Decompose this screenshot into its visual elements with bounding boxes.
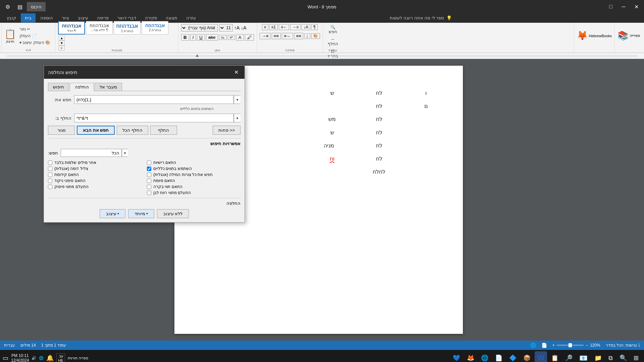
replace-dropdown-button[interactable]: ▾: [234, 114, 240, 122]
indent-increase-button[interactable]: ≡→: [290, 24, 301, 30]
style-scroll-up[interactable]: ▲: [59, 36, 65, 41]
font-family-select[interactable]: Arial (גוף עברי): [181, 24, 218, 32]
zoom-thumb[interactable]: [569, 343, 572, 347]
edge-button[interactable]: 🌐: [478, 351, 491, 362]
visual-studio-button[interactable]: 🔷: [506, 351, 519, 362]
pdf-button[interactable]: 📄: [492, 351, 505, 362]
font-color-button[interactable]: A: [236, 34, 244, 41]
align-right-button[interactable]: ≡→: [260, 33, 271, 39]
use-wildcards-input[interactable]: [147, 167, 151, 171]
underline-button[interactable]: U: [197, 34, 205, 41]
tab-kobaz[interactable]: קובץ: [3, 13, 20, 22]
language-indicator[interactable]: עברית: [4, 343, 15, 348]
ignore-whitespace-input[interactable]: [147, 191, 151, 195]
replace-button[interactable]: ↔ החלף: [326, 36, 340, 47]
search-app-button[interactable]: 🔎: [562, 351, 575, 362]
volume-icon[interactable]: 🔊: [32, 356, 36, 360]
bold-button[interactable]: B: [181, 34, 189, 41]
scope-input[interactable]: [61, 149, 122, 157]
replace-one-button[interactable]: החלף: [150, 126, 177, 135]
tab-beit[interactable]: בית: [21, 13, 36, 22]
search-input[interactable]: [74, 95, 234, 104]
task-view-button[interactable]: ⧉: [606, 351, 615, 362]
file-explorer-button[interactable]: 📁: [592, 351, 604, 362]
dialog-tab-replace[interactable]: החלפה: [70, 83, 94, 91]
show-desktop-button[interactable]: ▭: [3, 354, 8, 362]
dialog-tab-search[interactable]: חיפוש: [48, 83, 69, 91]
zoom-minus[interactable]: −: [586, 343, 588, 348]
quick-access-toggle[interactable]: ⚙: [3, 2, 13, 12]
find-next-button[interactable]: חפש את הבא: [77, 126, 115, 135]
app5-button[interactable]: 📋: [548, 351, 561, 362]
match-prefix-input[interactable]: [48, 173, 52, 177]
web-layout-button[interactable]: 🌐: [530, 343, 536, 348]
match-suffix-input[interactable]: [147, 179, 151, 183]
maximize-button[interactable]: □: [606, 2, 616, 12]
superscript-button[interactable]: x²: [228, 35, 235, 40]
firefox-button[interactable]: 🦊: [464, 351, 477, 362]
cut-button[interactable]: ✂ גזור: [17, 26, 52, 32]
replace-input[interactable]: [74, 114, 234, 122]
style-expand[interactable]: ▿: [59, 46, 65, 51]
style-scroll-down[interactable]: ▼: [59, 41, 65, 46]
minimize-button[interactable]: ─: [619, 2, 629, 12]
increase-font-button[interactable]: A↑: [234, 25, 239, 31]
format-painter-button[interactable]: 🎨 העתק עיצוב ▾: [17, 40, 52, 46]
find-replace-dialog[interactable]: ✕ חיפוש והחלפה חיפוש החלפה מעבר אל חפש א…: [44, 65, 245, 223]
style-heading2[interactable]: אבגדהוזח כותרת 2: [142, 21, 168, 35]
strikethrough-button[interactable]: abc: [206, 34, 218, 41]
notification-button[interactable]: 🔔: [46, 354, 54, 362]
vscode-button[interactable]: 💙: [450, 351, 463, 362]
style-regular[interactable]: אבגדהוזח ¶ רגיל: [58, 21, 85, 35]
network-icon[interactable]: 🌐: [39, 356, 44, 360]
taskbar-search[interactable]: 🔍: [617, 351, 630, 362]
replace-all-button[interactable]: החלף הכל: [117, 126, 148, 135]
italic-button[interactable]: I: [190, 34, 196, 41]
line-spacing-button[interactable]: ↕: [304, 34, 310, 39]
scope-dropdown-button[interactable]: ▾: [122, 149, 128, 157]
word-button[interactable]: W: [535, 351, 547, 362]
ime-indicator[interactable]: ספריה תורנית: [68, 356, 88, 360]
style-no-spacing[interactable]: אבגדהוזח ¶ ללא מר...: [86, 21, 113, 35]
dialog-close-button[interactable]: ✕: [232, 68, 240, 76]
print-layout-button[interactable]: 📄: [541, 343, 547, 348]
ribbon-toggle[interactable]: ▤: [15, 2, 25, 12]
no-format-button[interactable]: ללא עיצוב: [157, 209, 189, 218]
font-size-select[interactable]: 11: [219, 24, 233, 32]
bullets-button[interactable]: ≡: [262, 24, 268, 30]
tab-ezra[interactable]: עזרה: [182, 13, 200, 22]
format-button[interactable]: • עיצוב: [100, 209, 125, 218]
indent-decrease-button[interactable]: ←≡: [279, 24, 289, 30]
justify-button[interactable]: ≡≡: [294, 33, 304, 39]
special-button[interactable]: • מיוחד: [128, 209, 154, 218]
match-case-input[interactable]: [147, 161, 151, 165]
start-button[interactable]: ⊞: [631, 351, 641, 362]
decrease-font-button[interactable]: A↓: [241, 25, 246, 31]
dialog-tab-goto[interactable]: מעבר אל: [95, 83, 122, 91]
style-heading1[interactable]: אבגדהוזח כותרת 1: [114, 21, 141, 35]
zoom-slider[interactable]: [557, 345, 584, 346]
highlight-button[interactable]: 🖊: [245, 34, 254, 41]
close-dialog-button[interactable]: סגור: [48, 126, 75, 135]
copy-button[interactable]: 📄 העתק: [17, 33, 52, 39]
language-button[interactable]: עבHE: [56, 353, 65, 362]
tab-hosafa[interactable]: הוספה: [36, 13, 57, 22]
shading-button[interactable]: 🎨: [311, 33, 320, 39]
align-center-button[interactable]: ≡≡: [272, 33, 281, 39]
all-forms-input[interactable]: [147, 173, 151, 177]
subscript-button[interactable]: x₂: [219, 35, 227, 40]
whole-word-input[interactable]: [48, 161, 52, 165]
search-bar[interactable]: 💡 ספר לי מה אתה רוצה לעשות: [201, 13, 641, 22]
sort-button[interactable]: A↓: [302, 24, 310, 30]
search-dropdown-button[interactable]: ▾: [234, 95, 240, 104]
match-nikud-input[interactable]: [48, 179, 52, 183]
signin-button[interactable]: היכנס: [27, 2, 46, 11]
clock[interactable]: 10:11 PM 12/4/2024: [11, 353, 29, 362]
less-button[interactable]: << פחות: [213, 126, 240, 135]
zoom-plus[interactable]: +: [552, 343, 555, 348]
app7-button[interactable]: 📦: [521, 351, 533, 362]
align-left-button[interactable]: ←≡: [282, 33, 293, 39]
close-button[interactable]: ✕: [631, 2, 641, 12]
match-taamim-input[interactable]: [147, 185, 151, 189]
find-button[interactable]: 🔍 חפש: [326, 24, 339, 35]
